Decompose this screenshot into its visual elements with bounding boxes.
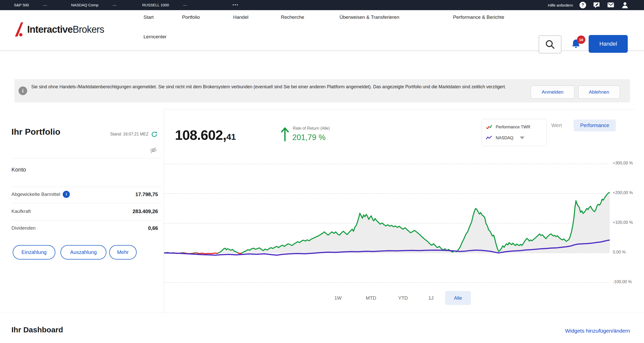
row-value-buying-power: 283.409,26: [96, 209, 158, 214]
range-alle-button-active[interactable]: Alle: [445, 291, 471, 305]
nav-ueberweisen[interactable]: Überweisen & Transferieren: [340, 14, 399, 20]
ticker-sp500[interactable]: S&P 500 —: [14, 0, 47, 10]
account-section-title: Konto: [11, 166, 26, 173]
range-mtd-button[interactable]: MTD: [360, 291, 382, 305]
portfolio-total-value: 108.602,41: [175, 127, 236, 143]
range-1j-button[interactable]: 1J: [424, 291, 438, 305]
ytick-200: +200,00 %: [613, 190, 641, 195]
rate-of-return-label: Rate of Return (Alle): [293, 126, 330, 131]
hide-values-eye-off-icon[interactable]: [150, 147, 157, 155]
help-question-icon[interactable]: ?: [579, 2, 586, 8]
ticker-more-button[interactable]: •••: [233, 0, 239, 10]
ytick-300: +300,00 %: [613, 161, 641, 165]
logo-spike-icon: [14, 22, 25, 37]
site-header: InteractiveBrokers Start Portfolio Hande…: [0, 10, 644, 50]
einzahlung-button[interactable]: Einzahlung: [13, 245, 55, 260]
performance-chart-panel: 108.602,41 Rate of Return (Alle) 201,79 …: [164, 109, 634, 313]
settled-cash-info-icon[interactable]: i: [63, 191, 70, 198]
info-icon: i: [19, 87, 27, 95]
row-label-buying-power: Kaufkraft: [11, 209, 31, 214]
divider: [11, 220, 162, 220]
nasdaq-line-icon: [486, 135, 492, 140]
performance-plot[interactable]: [164, 159, 610, 289]
main-content: Ihr Portfolio Stand: 16:07:21 MEZ Konto …: [0, 109, 644, 313]
legend-item-performance-twr[interactable]: Performance TWR: [486, 124, 530, 130]
nav-portfolio[interactable]: Portfolio: [182, 14, 200, 20]
chevron-down-icon: [520, 136, 524, 139]
row-label-settled-cash: Abgewickelte Barmittel i: [11, 191, 70, 198]
divider: [11, 158, 162, 158]
banner-message: Sie sind ohne Handels-/Marktdatenberecht…: [31, 83, 529, 91]
ticker-nasdaq-value: —: [113, 0, 117, 10]
help-link[interactable]: Hilfe anfordern: [548, 3, 573, 7]
nav-recherche[interactable]: Recherche: [281, 14, 304, 20]
search-button[interactable]: [539, 35, 561, 54]
range-ytd-button[interactable]: YTD: [392, 291, 414, 305]
row-value-dividends: 0,66: [96, 225, 158, 231]
widgets-edit-link[interactable]: Widgets hinzufügen/ändern: [565, 328, 630, 334]
dashboard-title: Ihr Dashboard: [11, 325, 63, 334]
nav-lerncenter[interactable]: Lerncenter: [143, 34, 167, 40]
row-label-dividends: Dividenden: [11, 225, 36, 231]
portfolio-title: Ihr Portfolio: [11, 127, 60, 137]
ticker-sp500-value: —: [43, 0, 47, 10]
ytick-neg100: -100,00 %: [613, 279, 641, 284]
interactive-brokers-logo[interactable]: InteractiveBrokers: [14, 22, 104, 37]
auszahlung-button[interactable]: Auszahlung: [60, 245, 106, 260]
row-value-settled-cash: 17.798,75: [96, 192, 158, 197]
ablehnen-button[interactable]: Ablehnen: [578, 85, 620, 99]
nav-handel[interactable]: Handel: [233, 14, 248, 20]
range-1w-button[interactable]: 1W: [330, 291, 346, 305]
ticker-russell-name: RUSSELL 1000: [142, 0, 169, 10]
search-icon: [545, 39, 555, 49]
notifications-button[interactable]: 10: [570, 38, 586, 53]
refresh-icon[interactable]: [151, 131, 158, 139]
ticker-russell[interactable]: RUSSELL 1000 —: [142, 0, 187, 10]
toggle-performance-active[interactable]: Performance: [574, 119, 616, 131]
feedback-icon[interactable]: [593, 1, 600, 9]
as-of-timestamp: Stand: 16:07:21 MEZ: [95, 132, 149, 136]
toggle-wert[interactable]: Wert: [551, 123, 567, 128]
notification-badge: 10: [577, 36, 585, 44]
rate-of-return-value: 201,79 %: [292, 133, 326, 142]
market-ticker-bar: S&P 500 — NASDAQ Comp — RUSSELL 1000 — •…: [0, 0, 644, 10]
ytick-100: +100,00 %: [613, 220, 641, 225]
logo-text: InteractiveBrokers: [27, 24, 104, 35]
up-arrow-icon: [280, 126, 289, 143]
ticker-sp500-name: S&P 500: [14, 0, 29, 10]
handel-button[interactable]: Handel: [589, 35, 628, 53]
mail-icon[interactable]: [607, 1, 615, 9]
ytick-0: 0,00 %: [613, 250, 641, 254]
divider: [11, 187, 162, 187]
ticker-nasdaq-name: NASDAQ Comp: [71, 0, 99, 10]
legend-item-nasdaq[interactable]: NASDAQ: [486, 134, 524, 141]
divider: [11, 203, 162, 203]
user-icon[interactable]: [621, 1, 629, 9]
chart-legend: Performance TWR NASDAQ: [482, 119, 547, 146]
ticker-russell-value: —: [183, 0, 187, 10]
anmelden-button[interactable]: Anmelden: [531, 85, 574, 99]
nav-performance-berichte[interactable]: Performance & Berichte: [453, 14, 504, 20]
twr-line-icon: [486, 124, 492, 129]
ticker-nasdaq[interactable]: NASDAQ Comp —: [71, 0, 117, 10]
session-notice-banner: i Sie sind ohne Handels-/Marktdatenberec…: [14, 79, 630, 102]
nav-start[interactable]: Start: [143, 14, 154, 20]
mehr-button[interactable]: Mehr: [109, 245, 137, 260]
